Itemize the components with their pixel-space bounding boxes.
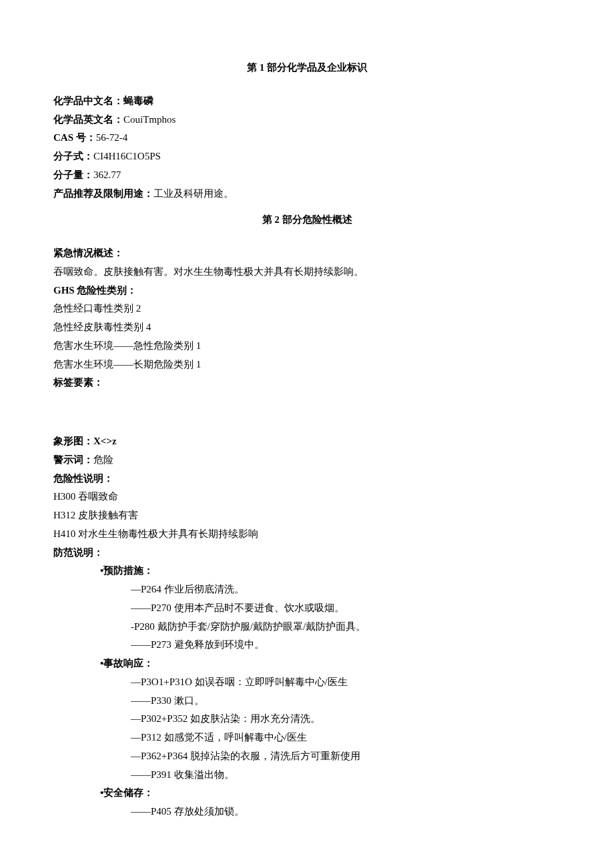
name-en-label: 化学品英文名： <box>53 114 123 125</box>
mw-value: 362.77 <box>93 169 121 180</box>
prevention-item: —P264 作业后彻底清洗。 <box>53 580 561 599</box>
ghs-item: 危害水生环境——长期危险类别 1 <box>53 356 561 374</box>
pictogram-label: 象形图： <box>53 436 93 446</box>
signal: 警示词：危险 <box>53 451 561 470</box>
name-cn: 化学品中文名：蝇毒磷 <box>53 92 561 111</box>
cas-value: 56-72-4 <box>96 132 128 143</box>
response-item: —P362+P364 脱掉沾染的衣服，清洗后方可重新使用 <box>53 747 561 766</box>
response-item: —P302+P352 如皮肤沾染：用水充分清洗。 <box>53 710 561 729</box>
formula-label: 分子式： <box>53 151 93 161</box>
hazard-item: H312 皮肤接触有害 <box>53 506 561 525</box>
pictogram: 象形图：X<>z <box>53 432 561 451</box>
precaution-label: 防范说明： <box>53 544 561 562</box>
ghs-item: 急性经口毒性类别 2 <box>53 300 561 318</box>
ghs-item: 急性经皮肤毒性类别 4 <box>53 318 561 337</box>
response-item: —P3O1+P31O 如误吞咽：立即呼叫解毒中心/医生 <box>53 673 561 692</box>
emergency-value: 吞咽致命。皮肤接触有害。对水生生物毒性极大并具有长期持续影响。 <box>53 263 561 282</box>
section-1-title: 第 1 部分化学品及企业标识 <box>53 59 561 77</box>
use: 产品推荐及限制用途：工业及科研用途。 <box>53 185 561 203</box>
ghs-label: GHS 危险性类别： <box>53 282 561 300</box>
label-elements: 标签要素： <box>53 374 561 392</box>
prevention-item: ——P273 避免释放到环境中。 <box>53 636 561 655</box>
response-item: ——P330 漱口。 <box>53 692 561 711</box>
name-en: 化学品英文名：CouiTmphos <box>53 111 561 129</box>
ghs-item: 危害水生环境——急性危险类别 1 <box>53 337 561 356</box>
formula-value: CI4H16C1O5PS <box>93 151 161 161</box>
mw-label: 分子量： <box>53 169 93 180</box>
mw: 分子量：362.77 <box>53 166 561 185</box>
response-item: ——P391 收集溢出物。 <box>53 766 561 785</box>
hazard-item: H410 对水生生物毒性极大并具有长期持续影响 <box>53 525 561 544</box>
hazard-label: 危险性说明： <box>53 470 561 488</box>
signal-label: 警示词： <box>53 454 93 465</box>
blank-gap <box>53 392 561 432</box>
cas: CAS 号：56-72-4 <box>53 129 561 147</box>
pictogram-value: X<>z <box>93 436 117 446</box>
section-1-fields: 化学品中文名：蝇毒磷 化学品英文名：CouiTmphos CAS 号：56-72… <box>53 92 561 203</box>
prevention-item: ——P270 使用本产品时不要进食、饮水或吸烟。 <box>53 599 561 618</box>
storage-item: ——P405 存放处须加锁。 <box>53 803 561 821</box>
name-en-value: CouiTmphos <box>123 114 176 125</box>
response-item: —P312 如感觉不适，呼叫解毒中心/医生 <box>53 729 561 747</box>
cas-label: CAS 号： <box>53 132 96 143</box>
name-cn-label: 化学品中文名： <box>53 95 123 106</box>
signal-value: 危险 <box>93 454 113 465</box>
formula: 分子式：CI4H16C1O5PS <box>53 147 561 166</box>
name-cn-value: 蝇毒磷 <box>123 95 154 106</box>
response-label: •事故响应： <box>53 655 561 673</box>
prevention-label: •预防措施： <box>53 562 561 580</box>
hazard-item: H300 吞咽致命 <box>53 488 561 506</box>
section-2-title: 第 2 部分危险性概述 <box>53 211 561 230</box>
use-label: 产品推荐及限制用途： <box>53 188 154 199</box>
storage-label: •安全储存： <box>53 784 561 803</box>
emergency-label: 紧急情况概述： <box>53 244 561 263</box>
prevention-item: -P280 戴防护手套/穿防护服/戴防护眼罩/戴防护面具。 <box>53 618 561 636</box>
use-value: 工业及科研用途。 <box>154 188 234 199</box>
